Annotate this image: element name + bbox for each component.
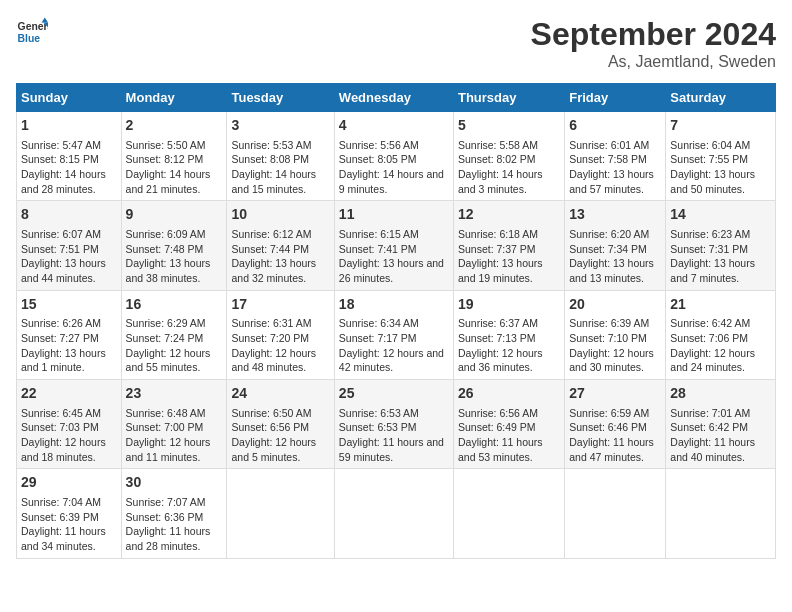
day-info: Sunrise: 6:26 AMSunset: 7:27 PMDaylight:… bbox=[21, 316, 117, 375]
weekday-header-friday: Friday bbox=[565, 84, 666, 112]
day-info: Sunrise: 6:01 AMSunset: 7:58 PMDaylight:… bbox=[569, 138, 661, 197]
day-number: 17 bbox=[231, 295, 329, 315]
weekday-header-wednesday: Wednesday bbox=[334, 84, 453, 112]
day-number: 19 bbox=[458, 295, 560, 315]
day-number: 30 bbox=[126, 473, 223, 493]
day-info: Sunrise: 6:15 AMSunset: 7:41 PMDaylight:… bbox=[339, 227, 449, 286]
day-number: 8 bbox=[21, 205, 117, 225]
svg-text:General: General bbox=[18, 21, 48, 32]
day-number: 5 bbox=[458, 116, 560, 136]
day-info: Sunrise: 6:31 AMSunset: 7:20 PMDaylight:… bbox=[231, 316, 329, 375]
day-number: 4 bbox=[339, 116, 449, 136]
weekday-header-row: SundayMondayTuesdayWednesdayThursdayFrid… bbox=[17, 84, 776, 112]
day-info: Sunrise: 6:37 AMSunset: 7:13 PMDaylight:… bbox=[458, 316, 560, 375]
month-title: September 2024 bbox=[531, 16, 776, 53]
day-info: Sunrise: 6:59 AMSunset: 6:46 PMDaylight:… bbox=[569, 406, 661, 465]
day-info: Sunrise: 6:18 AMSunset: 7:37 PMDaylight:… bbox=[458, 227, 560, 286]
day-number: 26 bbox=[458, 384, 560, 404]
day-number: 3 bbox=[231, 116, 329, 136]
calendar-cell: 2Sunrise: 5:50 AMSunset: 8:12 PMDaylight… bbox=[121, 112, 227, 201]
day-number: 13 bbox=[569, 205, 661, 225]
calendar-cell: 18Sunrise: 6:34 AMSunset: 7:17 PMDayligh… bbox=[334, 290, 453, 379]
day-number: 24 bbox=[231, 384, 329, 404]
calendar-cell: 5Sunrise: 5:58 AMSunset: 8:02 PMDaylight… bbox=[453, 112, 564, 201]
day-number: 9 bbox=[126, 205, 223, 225]
day-info: Sunrise: 7:01 AMSunset: 6:42 PMDaylight:… bbox=[670, 406, 771, 465]
logo-icon: General Blue bbox=[16, 16, 48, 48]
week-row-4: 22Sunrise: 6:45 AMSunset: 7:03 PMDayligh… bbox=[17, 380, 776, 469]
weekday-header-tuesday: Tuesday bbox=[227, 84, 334, 112]
day-number: 7 bbox=[670, 116, 771, 136]
calendar-table: SundayMondayTuesdayWednesdayThursdayFrid… bbox=[16, 83, 776, 559]
day-info: Sunrise: 6:09 AMSunset: 7:48 PMDaylight:… bbox=[126, 227, 223, 286]
calendar-cell: 3Sunrise: 5:53 AMSunset: 8:08 PMDaylight… bbox=[227, 112, 334, 201]
calendar-cell: 26Sunrise: 6:56 AMSunset: 6:49 PMDayligh… bbox=[453, 380, 564, 469]
day-number: 10 bbox=[231, 205, 329, 225]
calendar-cell: 8Sunrise: 6:07 AMSunset: 7:51 PMDaylight… bbox=[17, 201, 122, 290]
day-number: 15 bbox=[21, 295, 117, 315]
day-info: Sunrise: 6:20 AMSunset: 7:34 PMDaylight:… bbox=[569, 227, 661, 286]
calendar-cell: 17Sunrise: 6:31 AMSunset: 7:20 PMDayligh… bbox=[227, 290, 334, 379]
weekday-header-saturday: Saturday bbox=[666, 84, 776, 112]
day-info: Sunrise: 6:48 AMSunset: 7:00 PMDaylight:… bbox=[126, 406, 223, 465]
day-number: 20 bbox=[569, 295, 661, 315]
calendar-cell: 21Sunrise: 6:42 AMSunset: 7:06 PMDayligh… bbox=[666, 290, 776, 379]
calendar-cell: 10Sunrise: 6:12 AMSunset: 7:44 PMDayligh… bbox=[227, 201, 334, 290]
calendar-cell bbox=[453, 469, 564, 558]
day-number: 25 bbox=[339, 384, 449, 404]
calendar-cell: 16Sunrise: 6:29 AMSunset: 7:24 PMDayligh… bbox=[121, 290, 227, 379]
week-row-1: 1Sunrise: 5:47 AMSunset: 8:15 PMDaylight… bbox=[17, 112, 776, 201]
calendar-cell: 25Sunrise: 6:53 AMSunset: 6:53 PMDayligh… bbox=[334, 380, 453, 469]
day-info: Sunrise: 6:07 AMSunset: 7:51 PMDaylight:… bbox=[21, 227, 117, 286]
calendar-cell: 1Sunrise: 5:47 AMSunset: 8:15 PMDaylight… bbox=[17, 112, 122, 201]
calendar-cell: 14Sunrise: 6:23 AMSunset: 7:31 PMDayligh… bbox=[666, 201, 776, 290]
day-number: 16 bbox=[126, 295, 223, 315]
day-number: 11 bbox=[339, 205, 449, 225]
calendar-cell: 23Sunrise: 6:48 AMSunset: 7:00 PMDayligh… bbox=[121, 380, 227, 469]
day-info: Sunrise: 5:50 AMSunset: 8:12 PMDaylight:… bbox=[126, 138, 223, 197]
day-info: Sunrise: 7:07 AMSunset: 6:36 PMDaylight:… bbox=[126, 495, 223, 554]
calendar-cell: 30Sunrise: 7:07 AMSunset: 6:36 PMDayligh… bbox=[121, 469, 227, 558]
calendar-cell: 20Sunrise: 6:39 AMSunset: 7:10 PMDayligh… bbox=[565, 290, 666, 379]
title-block: September 2024 As, Jaemtland, Sweden bbox=[531, 16, 776, 71]
day-number: 28 bbox=[670, 384, 771, 404]
calendar-cell: 11Sunrise: 6:15 AMSunset: 7:41 PMDayligh… bbox=[334, 201, 453, 290]
day-info: Sunrise: 5:56 AMSunset: 8:05 PMDaylight:… bbox=[339, 138, 449, 197]
day-info: Sunrise: 6:34 AMSunset: 7:17 PMDaylight:… bbox=[339, 316, 449, 375]
day-info: Sunrise: 5:53 AMSunset: 8:08 PMDaylight:… bbox=[231, 138, 329, 197]
day-info: Sunrise: 6:12 AMSunset: 7:44 PMDaylight:… bbox=[231, 227, 329, 286]
calendar-cell: 28Sunrise: 7:01 AMSunset: 6:42 PMDayligh… bbox=[666, 380, 776, 469]
day-info: Sunrise: 6:53 AMSunset: 6:53 PMDaylight:… bbox=[339, 406, 449, 465]
calendar-cell bbox=[227, 469, 334, 558]
calendar-cell: 27Sunrise: 6:59 AMSunset: 6:46 PMDayligh… bbox=[565, 380, 666, 469]
day-number: 27 bbox=[569, 384, 661, 404]
calendar-cell bbox=[565, 469, 666, 558]
logo: General Blue bbox=[16, 16, 48, 48]
calendar-cell: 22Sunrise: 6:45 AMSunset: 7:03 PMDayligh… bbox=[17, 380, 122, 469]
calendar-cell: 9Sunrise: 6:09 AMSunset: 7:48 PMDaylight… bbox=[121, 201, 227, 290]
day-info: Sunrise: 6:04 AMSunset: 7:55 PMDaylight:… bbox=[670, 138, 771, 197]
calendar-cell: 7Sunrise: 6:04 AMSunset: 7:55 PMDaylight… bbox=[666, 112, 776, 201]
day-info: Sunrise: 6:50 AMSunset: 6:56 PMDaylight:… bbox=[231, 406, 329, 465]
calendar-cell: 4Sunrise: 5:56 AMSunset: 8:05 PMDaylight… bbox=[334, 112, 453, 201]
calendar-cell: 15Sunrise: 6:26 AMSunset: 7:27 PMDayligh… bbox=[17, 290, 122, 379]
day-number: 2 bbox=[126, 116, 223, 136]
calendar-cell bbox=[666, 469, 776, 558]
weekday-header-sunday: Sunday bbox=[17, 84, 122, 112]
day-info: Sunrise: 6:23 AMSunset: 7:31 PMDaylight:… bbox=[670, 227, 771, 286]
day-number: 6 bbox=[569, 116, 661, 136]
week-row-5: 29Sunrise: 7:04 AMSunset: 6:39 PMDayligh… bbox=[17, 469, 776, 558]
calendar-cell: 12Sunrise: 6:18 AMSunset: 7:37 PMDayligh… bbox=[453, 201, 564, 290]
calendar-cell: 6Sunrise: 6:01 AMSunset: 7:58 PMDaylight… bbox=[565, 112, 666, 201]
calendar-cell bbox=[334, 469, 453, 558]
day-number: 14 bbox=[670, 205, 771, 225]
page-header: General Blue September 2024 As, Jaemtlan… bbox=[16, 16, 776, 71]
day-info: Sunrise: 6:39 AMSunset: 7:10 PMDaylight:… bbox=[569, 316, 661, 375]
day-number: 18 bbox=[339, 295, 449, 315]
day-info: Sunrise: 7:04 AMSunset: 6:39 PMDaylight:… bbox=[21, 495, 117, 554]
day-info: Sunrise: 5:47 AMSunset: 8:15 PMDaylight:… bbox=[21, 138, 117, 197]
day-info: Sunrise: 6:42 AMSunset: 7:06 PMDaylight:… bbox=[670, 316, 771, 375]
day-number: 1 bbox=[21, 116, 117, 136]
weekday-header-thursday: Thursday bbox=[453, 84, 564, 112]
day-number: 12 bbox=[458, 205, 560, 225]
